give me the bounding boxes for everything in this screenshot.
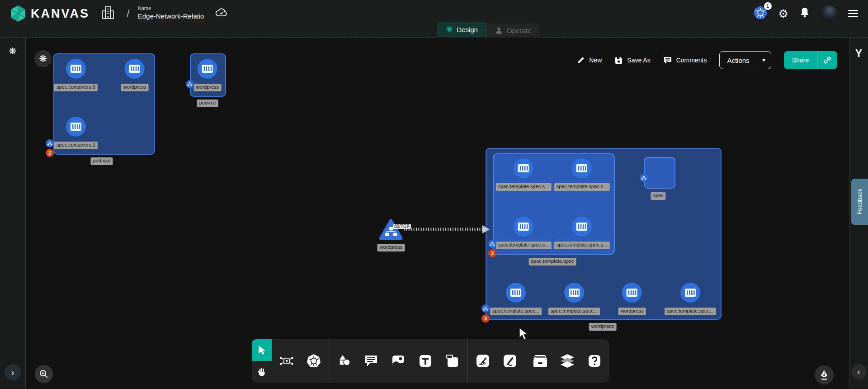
left-rail: ❋ › — [0, 38, 26, 389]
toolbar-section-annotate — [329, 339, 467, 383]
text-tool-icon[interactable] — [418, 353, 433, 369]
node-label: wordpress — [618, 308, 646, 315]
operate-person-icon — [495, 27, 503, 34]
comment-icon — [663, 56, 672, 65]
pen-tool-icon[interactable] — [475, 353, 491, 369]
avatar[interactable] — [821, 5, 837, 22]
design-flower-icon: ✾ — [446, 26, 453, 33]
group-label-spec-template-spec: spec.template.spec — [529, 258, 576, 266]
expand-left-panel-button[interactable]: › — [5, 364, 21, 380]
y-panel-icon[interactable]: Y — [855, 47, 862, 60]
node-label: spec.template.spec... — [490, 308, 542, 315]
canvas-actions-bar: New Save As Comments Actions ▾ — [577, 51, 837, 69]
design-name-input[interactable] — [138, 12, 207, 22]
pencil-draw-icon[interactable] — [502, 353, 518, 369]
container-icon — [514, 217, 533, 237]
hierarchy-badge[interactable] — [186, 80, 194, 88]
name-label: Name — [138, 5, 207, 11]
layers-icon[interactable] — [560, 353, 575, 369]
actions-dropdown[interactable]: Actions ▾ — [719, 51, 771, 69]
tool-select-cursor[interactable] — [252, 339, 272, 361]
group-label-spec: spec — [651, 192, 665, 200]
kubernetes-context-button[interactable]: 1 — [753, 5, 768, 22]
edge-port-label: 80/TCP — [393, 224, 411, 229]
app-header: KANVAS / Name — [0, 0, 868, 38]
meshery-spiral-icon[interactable]: ❋ — [9, 46, 17, 57]
hierarchy-badge[interactable] — [481, 304, 490, 313]
node-deploy-0[interactable]: spec.template.spec... — [490, 283, 542, 315]
components-chip-icon[interactable] — [279, 353, 294, 369]
group-spec[interactable] — [644, 157, 675, 189]
node-template-1[interactable]: spec.template.spec.s... — [554, 158, 610, 191]
save-icon — [614, 56, 623, 65]
node-deploy-2[interactable]: wordpress — [618, 283, 646, 315]
notifications-bell-icon[interactable] — [799, 7, 810, 20]
design-canvas[interactable]: New Save As Comments Actions ▾ — [26, 38, 849, 389]
node-wordpress-2[interactable]: wordpress — [194, 59, 222, 91]
node-label: wordpress — [377, 244, 405, 251]
share-button[interactable]: Share — [784, 51, 837, 69]
chevron-down-icon[interactable]: ▾ — [757, 52, 771, 69]
error-count-badge[interactable]: 3 — [488, 249, 496, 257]
container-icon — [514, 158, 533, 178]
organization-icon[interactable] — [101, 5, 115, 22]
node-label: wordpress — [121, 84, 149, 91]
tab-operate[interactable]: Operate — [487, 24, 539, 38]
comments-button[interactable]: Comments — [663, 56, 707, 65]
toolbar-section-manage — [525, 339, 609, 383]
node-template-3[interactable]: spec.template.spec.s... — [554, 217, 610, 249]
container-icon — [680, 283, 700, 303]
container-icon — [198, 59, 217, 79]
shapes-icon[interactable] — [336, 353, 352, 369]
node-spec-containers-1[interactable]: spec.containers.1 — [54, 117, 98, 149]
container-icon — [66, 59, 86, 79]
new-button[interactable]: New — [577, 56, 602, 64]
pencil-icon — [577, 56, 585, 64]
node-label: spec.template.spec.s... — [554, 242, 610, 249]
container-icon — [572, 217, 592, 237]
note-shape-icon[interactable] — [445, 353, 460, 369]
hierarchy-badge[interactable] — [640, 174, 648, 182]
settings-gear-icon[interactable]: ⚙ — [778, 8, 788, 19]
save-as-button[interactable]: Save As — [614, 56, 650, 65]
container-icon — [506, 283, 526, 303]
copy-link-icon[interactable] — [817, 51, 837, 69]
archive-icon[interactable] — [533, 353, 548, 369]
kanvas-hexagon-icon — [10, 5, 26, 22]
tool-pan-hand[interactable] — [252, 361, 272, 383]
toolbar-section-components — [272, 339, 329, 383]
pen-nib-button[interactable] — [815, 365, 834, 384]
node-template-0[interactable]: spec.template.spec.s... — [496, 158, 552, 191]
kanvas-logo[interactable]: KANVAS — [10, 5, 90, 22]
node-spec-containers-0[interactable]: spec.containers.0 — [54, 59, 98, 91]
container-icon — [622, 283, 642, 303]
node-deploy-3[interactable]: spec.template.spec... — [665, 283, 716, 315]
node-template-2[interactable]: spec.template.spec.s... — [496, 217, 552, 249]
edge-service-to-deployment — [399, 222, 492, 237]
node-label: spec.template.spec.s... — [496, 242, 552, 249]
collapse-right-panel-button[interactable]: ‹ — [851, 364, 867, 380]
comment-tool-icon[interactable] — [363, 353, 379, 369]
feedback-tab[interactable]: Feedback — [851, 179, 868, 225]
node-wordpress-1[interactable]: wordpress — [121, 59, 149, 91]
node-label: spec.template.spec.s... — [496, 183, 552, 191]
group-label-pod-skd: pod-skd — [90, 157, 113, 165]
node-deploy-1[interactable]: spec.template.spec... — [548, 283, 600, 315]
canvas-context-asterisk-icon[interactable]: ❋ — [34, 50, 52, 67]
help-icon[interactable] — [587, 353, 602, 369]
cursor-icon — [257, 345, 267, 356]
hierarchy-badge[interactable] — [488, 240, 496, 248]
hamburger-menu-icon[interactable] — [848, 10, 858, 17]
image-tool-icon[interactable] — [391, 353, 406, 369]
group-label-pod-rcc: pod-rcc — [197, 100, 218, 107]
hierarchy-badge[interactable] — [46, 139, 54, 147]
container-icon — [125, 59, 145, 79]
node-service-wordpress[interactable]: wordpress — [377, 218, 405, 251]
container-icon — [66, 117, 86, 137]
tab-design[interactable]: ✾ Design — [437, 22, 487, 38]
zoom-in-button[interactable] — [35, 365, 53, 383]
error-count-badge[interactable]: 2 — [46, 149, 54, 157]
error-count-badge[interactable]: 3 — [481, 314, 490, 323]
kubernetes-tool-icon[interactable] — [306, 353, 321, 369]
service-triangle-icon — [379, 218, 403, 240]
